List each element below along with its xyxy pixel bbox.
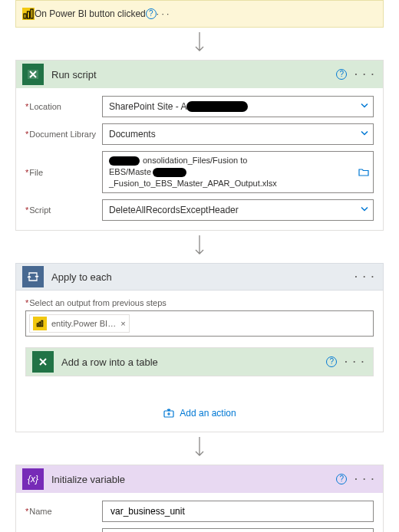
svg-rect-0 [24,14,26,18]
add-row-card: Add a row into a table ? · · · [25,347,374,376]
svg-text:{x}: {x} [28,474,38,484]
initialize-variable-card: {x} Initialize variable ? · · · Name Typ… [15,465,384,532]
chevron-down-icon [360,129,369,140]
excel-icon [22,64,44,85]
redacted [186,101,248,112]
initialize-variable-title: Initialize variable [51,474,335,485]
trigger-menu-button[interactable]: · · · [157,8,170,19]
svg-rect-5 [39,322,41,327]
trigger-title: On Power BI button clicked [35,8,146,19]
location-label: Location [25,102,102,111]
flow-arrow [15,432,384,465]
initialize-variable-header[interactable]: {x} Initialize variable ? · · · [16,465,383,493]
apply-to-each-header[interactable]: Apply to each · · · [15,263,384,291]
run-script-header[interactable]: Run script ? · · · [16,61,383,88]
loop-icon [22,266,44,287]
add-row-menu-button[interactable]: · · · [343,356,367,367]
help-icon[interactable]: ? [146,8,157,19]
file-label: File [25,168,102,177]
var-type-dropdown[interactable]: String [102,528,374,532]
run-script-menu-button[interactable]: · · · [353,69,377,80]
add-row-title: Add a row into a table [61,356,325,368]
select-output-input[interactable]: entity.Power BI… × [25,310,374,337]
run-script-title: Run script [51,69,335,80]
svg-rect-1 [28,11,30,18]
svg-rect-4 [37,323,38,327]
folder-icon[interactable] [358,168,369,177]
power-bi-icon [22,8,35,20]
apply-to-each-title: Apply to each [51,271,353,283]
document-library-dropdown[interactable]: Documents [102,123,374,145]
document-library-label: Document Library [25,130,102,139]
var-name-label: Name [25,507,102,516]
apply-to-each-menu-button[interactable]: · · · [353,271,377,282]
script-label: Script [25,205,102,215]
redacted [153,168,186,177]
add-action-button[interactable]: Add an action [25,407,374,419]
var-name-input[interactable] [102,501,374,522]
dynamic-content-token[interactable]: entity.Power BI… × [29,314,130,333]
help-icon[interactable]: ? [335,472,348,486]
initialize-variable-menu-button[interactable]: · · · [353,474,377,484]
svg-rect-6 [41,320,43,327]
token-remove-button[interactable]: × [120,319,125,328]
variable-icon: {x} [22,468,44,490]
token-label: entity.Power BI… [51,319,116,328]
redacted [109,156,140,166]
help-icon[interactable]: ? [325,355,338,369]
script-dropdown[interactable]: DeleteAllRecordsExceptHeader [102,199,374,221]
chevron-down-icon [360,101,369,113]
chevron-down-icon [360,205,369,216]
help-icon[interactable]: ? [335,67,348,81]
apply-to-each-card: Apply to each · · · Select an output fro… [15,263,384,432]
flow-arrow [15,28,384,60]
file-picker[interactable]: onsolidation_Files/Fusion to EBS/Maste_F… [102,151,374,193]
svg-rect-2 [31,9,33,18]
select-output-label: Select an output from previous steps [25,298,374,307]
trigger-card[interactable]: On Power BI button clicked ? · · · [15,0,384,28]
flow-arrow [15,231,384,263]
location-dropdown[interactable]: SharePoint Site - A [102,96,374,117]
add-row-header[interactable]: Add a row into a table ? · · · [26,348,373,376]
excel-icon [32,351,54,373]
run-script-card: Run script ? · · · Location SharePoint S… [15,60,384,231]
power-bi-icon [33,317,47,330]
